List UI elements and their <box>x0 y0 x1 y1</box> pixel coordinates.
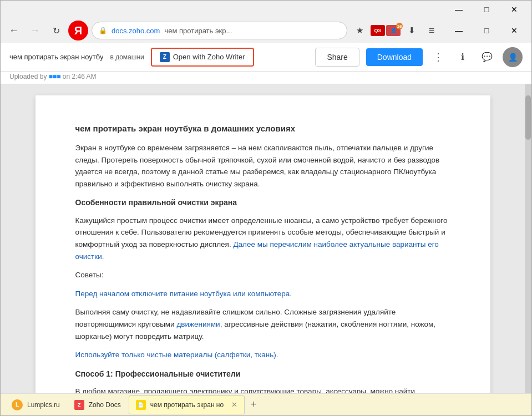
close-button[interactable]: ✕ <box>501 2 527 17</box>
upload-time: on 2:46 AM <box>63 73 97 80</box>
lumpics-logo: L <box>12 399 23 410</box>
extension-icon[interactable]: QS <box>371 25 385 36</box>
heading-1: Особенности правильной очистки экрана <box>75 196 450 209</box>
refresh-icon: ↻ <box>53 26 60 36</box>
refresh-button[interactable]: ↻ <box>47 22 65 39</box>
minimize-btn-2[interactable]: — <box>446 23 472 38</box>
paragraph-3: Советы: <box>75 269 450 281</box>
download-nav-button[interactable]: ⬇ <box>403 22 420 39</box>
taskbar-doc-label: чем протирать экран но <box>150 401 224 409</box>
paragraph-4: Перед началом отключите питание ноутбука… <box>75 288 450 300</box>
download-label: Download <box>377 53 412 62</box>
close-btn-2[interactable]: ✕ <box>501 23 527 38</box>
taskbar-item-zoho-docs[interactable]: Z Zoho Docs <box>68 395 128 414</box>
uploaded-info: Uploaded by ■■■ on 2:46 AM <box>1 72 531 84</box>
yandex-logo[interactable]: Я <box>68 21 88 40</box>
paragraph-2: Кажущийся простым процесс очистки имеет … <box>75 215 450 262</box>
nav-bar: ← → ↻ Я 🔒 docs.zoho.com чем протирать эк… <box>1 18 531 43</box>
chat-button[interactable]: 💬 <box>478 48 496 66</box>
heading-2: Способ 1: Профессиональные очистители <box>75 368 450 380</box>
in-home-label: в домашни <box>110 53 144 61</box>
taskbar-zoho-label: Zoho Docs <box>89 401 121 409</box>
window-controls: — □ ✕ <box>446 2 527 17</box>
address-path: чем протирать экр... <box>164 27 232 35</box>
doc-tab-icon: 📄 <box>136 400 146 410</box>
tab-close-icon[interactable]: ✕ <box>231 400 237 409</box>
taskbar: L Lumpics.ru Z Zoho Docs 📄 чем протирать… <box>1 393 531 415</box>
chat-icon: 💬 <box>482 52 493 62</box>
taskbar-item-doc[interactable]: 📄 чем протирать экран но ✕ <box>129 395 245 414</box>
download-button[interactable]: Download <box>366 48 423 66</box>
document-page[interactable]: чем протирать экран ноутбука в домашних … <box>1 84 525 393</box>
back-icon: ← <box>9 25 19 37</box>
share-label: Share <box>327 53 347 62</box>
back-button[interactable]: ← <box>5 22 23 39</box>
info-button[interactable]: ℹ <box>454 48 472 66</box>
scrollbar-thumb[interactable] <box>525 95 531 140</box>
more-icon: ⋮ <box>433 51 443 63</box>
forward-button[interactable]: → <box>26 22 44 39</box>
lock-icon: 🔒 <box>99 27 107 34</box>
add-tab-button[interactable]: + <box>246 397 261 413</box>
zoho-writer-icon: Z <box>160 52 170 62</box>
document-title: чем протирать экран ноутбука в домашних … <box>75 122 450 135</box>
star-button[interactable]: ★ <box>351 22 368 39</box>
open-with-zoho-writer-button[interactable]: Z Open with Zoho Writer <box>151 48 254 67</box>
browser-window: — □ ✕ ← → ↻ Я 🔒 docs.zoho.com чем протир… <box>0 0 532 416</box>
menu-button[interactable]: ≡ <box>423 22 440 39</box>
share-button[interactable]: Share <box>315 48 359 67</box>
address-bar[interactable]: 🔒 docs.zoho.com чем протирать экр... <box>92 22 347 39</box>
add-tab-icon: + <box>251 399 257 410</box>
scrollbar[interactable] <box>525 84 531 393</box>
window-controls-2: — □ ✕ <box>446 23 527 38</box>
paragraph-7: В любом магазине, продающего электронику… <box>75 385 450 393</box>
paragraph-6: Используйте только чистые материалы (сал… <box>75 349 450 361</box>
title-bar: — □ ✕ <box>1 1 531 18</box>
avatar[interactable]: 👤 <box>503 47 523 67</box>
app-header: чем протирать экран ноутбу в домашни Z O… <box>1 43 531 84</box>
uploader-username: ■■■ <box>49 73 61 80</box>
forward-icon: → <box>30 25 40 37</box>
minimize-button[interactable]: — <box>446 2 472 17</box>
doc-title: чем протирать экран ноутбу <box>9 53 103 61</box>
maximize-btn-2[interactable]: □ <box>474 23 499 38</box>
paragraph-5: Выполняя саму очистку, не надавливайте с… <box>75 306 450 342</box>
more-options-button[interactable]: ⋮ <box>429 48 447 66</box>
ext-badge: 16 <box>396 23 403 29</box>
taskbar-lumpics-label: Lumpics.ru <box>27 401 60 409</box>
info-icon: ℹ <box>461 52 464 62</box>
address-domain: docs.zoho.com <box>112 27 160 35</box>
nav-icons: ★ QS 👤 16 ⬇ ≡ <box>351 22 440 39</box>
maximize-button[interactable]: □ <box>474 2 499 17</box>
zoho-docs-icon: Z <box>74 400 84 410</box>
uploaded-by-label: Uploaded by <box>9 73 47 80</box>
paragraph-1: Экран в ноутбуке со временем загрязняетс… <box>75 142 450 190</box>
open-with-label: Open with Zoho Writer <box>173 53 245 61</box>
content-area: чем протирать экран ноутбука в домашних … <box>1 84 531 393</box>
taskbar-item-lumpics[interactable]: L Lumpics.ru <box>5 395 67 414</box>
app-toolbar: чем протирать экран ноутбу в домашни Z O… <box>1 43 531 72</box>
document-content: чем протирать экран ноутбука в домашних … <box>36 95 490 393</box>
extension-icon-2[interactable]: 👤 16 <box>386 25 401 36</box>
